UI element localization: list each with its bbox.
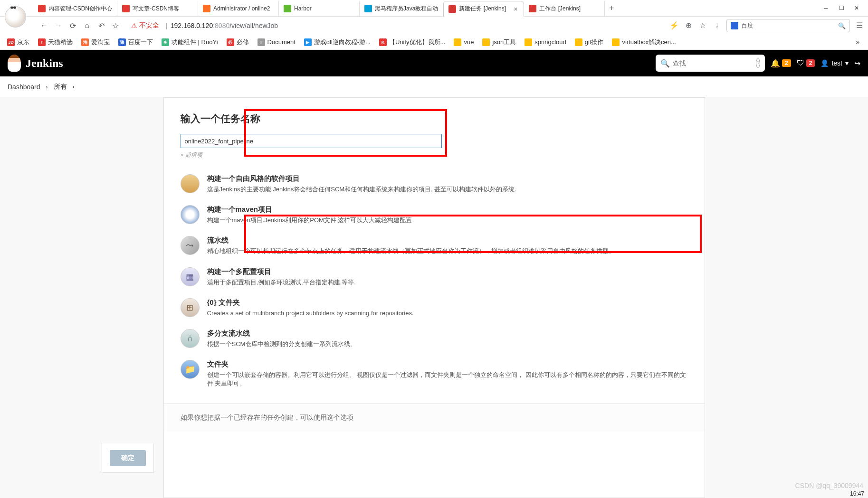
bookmark-icon: ▶: [304, 38, 312, 46]
job-type-multibranch[interactable]: 多分支流水线 根据一个SCM仓库中检测到的分支创建一系列流水线。: [173, 323, 695, 354]
crumb-dashboard[interactable]: Dashboard: [8, 83, 40, 91]
profile-avatar[interactable]: [0, 0, 31, 33]
address-bar[interactable]: ⚠ 不安全 | 192.168.0.120:8080/view/all/newJ…: [126, 19, 666, 33]
close-icon[interactable]: ×: [512, 6, 519, 12]
folder-icon: [482, 38, 490, 46]
job-type-freestyle[interactable]: 构建一个自由风格的软件项目 这是Jenkins的主要功能.Jenkins将会结合…: [173, 169, 695, 199]
window-maximize[interactable]: ☐: [839, 5, 846, 11]
ok-button[interactable]: 确定: [110, 450, 146, 466]
user-menu[interactable]: 👤 test ▾: [820, 59, 849, 67]
main-content: 输入一个任务名称 » 必填项 构建一个自由风格的软件项目 这是Jenkins的主…: [0, 97, 868, 498]
bookmark-label: 爱淘宝: [91, 38, 110, 47]
bookmark-12[interactable]: git操作: [572, 36, 607, 48]
form-title: 输入一个任务名称: [181, 112, 695, 125]
url-text: 192.168.0.120:8080/view/all/newJob: [171, 22, 278, 29]
job-type-org[interactable]: {0} 文件夹 Creates a set of multibranch pro…: [173, 292, 695, 323]
logout-icon[interactable]: ↪: [854, 59, 860, 68]
window-close[interactable]: ✕: [854, 5, 861, 11]
bookmark-icon: ○: [258, 38, 265, 46]
job-type-title: 构建一个maven项目: [207, 205, 688, 214]
flash-icon[interactable]: ⚡: [669, 21, 679, 30]
bookmark-icon: T: [38, 38, 46, 46]
new-tab-button[interactable]: +: [605, 3, 618, 13]
tab-0[interactable]: 内容管理-CSDN创作中心: [33, 1, 117, 17]
folder-icon: [454, 38, 461, 46]
tab-6[interactable]: 工作台 [Jenkins]: [524, 1, 605, 17]
bookmark-3[interactable]: 狼百度一下: [115, 36, 156, 48]
bookmark-label: 天猫精选: [48, 38, 73, 47]
jenkins-search[interactable]: 🔍 ?: [656, 55, 765, 72]
breadcrumb: Dashboard › 所有 ›: [0, 76, 868, 97]
tab-label: 写文章-CSDN博客: [133, 5, 193, 13]
bookmark-label: Document: [267, 38, 296, 46]
tab-1[interactable]: 写文章-CSDN博客: [117, 1, 198, 17]
bookmark-8[interactable]: K【Unity优化】我所...: [376, 36, 448, 48]
warnings[interactable]: 🛡 2: [797, 59, 815, 67]
tab-2[interactable]: Administrator / online2: [198, 1, 279, 17]
clock: 16:47: [850, 490, 864, 497]
folder-icon: [525, 38, 532, 46]
jenkins-search-input[interactable]: [673, 59, 756, 67]
undo-button[interactable]: ↶: [94, 19, 108, 33]
jenkins-logo[interactable]: Jenkins: [8, 55, 63, 72]
search-icon: 🔍: [838, 22, 846, 29]
item-name-input[interactable]: [181, 134, 442, 148]
crumb-all[interactable]: 所有: [54, 83, 67, 91]
notifications[interactable]: 🔔 2: [771, 59, 791, 68]
bookmark-5[interactable]: 必必修: [223, 36, 252, 48]
folder-icon: [612, 38, 620, 46]
baidu-label: 百度: [741, 21, 754, 30]
notif-badge: 2: [782, 59, 791, 67]
bookmark-13[interactable]: virtualbox解决cen...: [609, 36, 679, 48]
tab-strip: 内容管理-CSDN创作中心 写文章-CSDN博客 Administrator /…: [0, 0, 868, 17]
bookmark-7[interactable]: ▶游戏dll逆向教程-游...: [301, 36, 374, 48]
bookmark-11[interactable]: springcloud: [521, 37, 570, 48]
job-type-folder[interactable]: 文件夹 创建一个可以嵌套存储的容器。利用它可以进行分组。 视图仅仅是一个过滤器，…: [173, 354, 695, 394]
warning-icon: ⚠: [131, 22, 137, 29]
folder-icon: [575, 38, 582, 46]
zoom-icon[interactable]: ⊕: [684, 21, 693, 30]
nav-bar: ← → ⟳ ⌂ ↶ ☆ ⚠ 不安全 | 192.168.0.120:8080/v…: [33, 17, 868, 35]
insecure-badge: ⚠ 不安全: [131, 21, 159, 30]
bookmark-0[interactable]: JD京东: [4, 36, 33, 48]
job-type-maven[interactable]: 构建一个maven项目 构建一个maven项目.Jenkins利用你的POM文件…: [173, 199, 695, 230]
help-icon[interactable]: ?: [756, 58, 760, 68]
back-button[interactable]: ←: [37, 19, 51, 33]
job-type-title: 多分支流水线: [207, 329, 688, 338]
baidu-search[interactable]: 百度 🔍: [726, 19, 850, 32]
pipeline-icon: [181, 236, 200, 255]
tab-4[interactable]: 黑马程序员Java教程自动: [360, 1, 443, 17]
bookmark-label: virtualbox解决cen...: [622, 38, 676, 47]
bookmark-2[interactable]: 淘爱淘宝: [78, 36, 113, 48]
window-minimize[interactable]: ─: [824, 5, 830, 11]
tab-label: Administrator / online2: [213, 5, 274, 12]
chevron-right-icon: ›: [73, 84, 75, 90]
bookmarks-overflow[interactable]: »: [851, 38, 864, 46]
bookmark-icon: 淘: [81, 38, 89, 46]
job-type-title: 流水线: [207, 236, 688, 245]
favorite-icon[interactable]: ☆: [698, 21, 707, 30]
bookmark-4[interactable]: ❋功能组件 | RuoYi: [158, 36, 221, 48]
star-button[interactable]: ☆: [108, 19, 123, 33]
job-type-multiconfig[interactable]: 构建一个多配置项目 适用于多配置项目,例如多环境测试,平台指定构建,等等.: [173, 262, 695, 292]
job-type-desc: 这是Jenkins的主要功能.Jenkins将会结合任何SCM和任何构建系统来构…: [207, 185, 688, 194]
bookmark-label: 京东: [17, 38, 29, 47]
chevron-down-icon: ▾: [845, 59, 849, 67]
jenkins-icon: [529, 5, 536, 12]
forward-button[interactable]: →: [51, 19, 66, 33]
bookmark-10[interactable]: json工具: [479, 36, 519, 48]
tab-5[interactable]: 新建任务 [Jenkins] ×: [443, 1, 524, 17]
bookmark-6[interactable]: ○Document: [254, 37, 299, 48]
freestyle-icon: [181, 174, 200, 193]
watermark: CSDN @qq_39009944: [795, 482, 863, 489]
tab-3[interactable]: Harbor: [279, 1, 360, 17]
reload-button[interactable]: ⟳: [66, 19, 80, 33]
job-type-pipeline[interactable]: 流水线 精心地组织一个可以长期运行在多个节点上的任务。适用于构建流水线（更加正式…: [173, 230, 695, 261]
menu-icon[interactable]: ☰: [855, 21, 864, 30]
bookmark-1[interactable]: T天猫精选: [35, 36, 76, 48]
home-button[interactable]: ⌂: [80, 19, 94, 33]
download-icon[interactable]: ↓: [712, 21, 722, 30]
shield-icon: 🛡: [797, 59, 804, 67]
csdn-icon: [122, 5, 130, 12]
bookmark-9[interactable]: vue: [450, 37, 477, 48]
